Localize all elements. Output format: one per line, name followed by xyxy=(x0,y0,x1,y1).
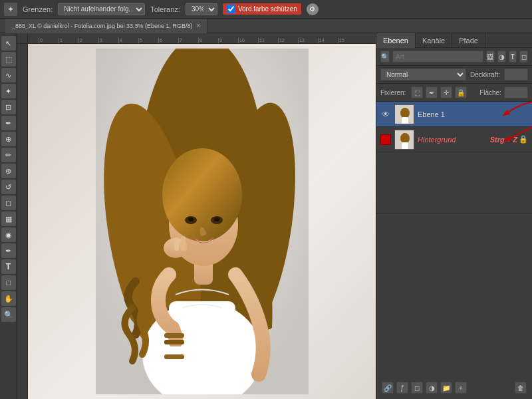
svg-rect-19 xyxy=(164,354,184,359)
text-icon-btn[interactable]: T xyxy=(509,51,517,63)
tab-pfade[interactable]: Pfade xyxy=(452,33,485,48)
zoom-tool[interactable]: 🔍 xyxy=(1,307,16,322)
top-toolbar: ✦ Grenzen: Nicht aufeinander folg. Toler… xyxy=(0,0,532,19)
layer-item-hintergrund[interactable]: Hintergrund 🔒 Strg + Z xyxy=(376,127,532,152)
ruler-left xyxy=(17,44,28,399)
tick-3: 3 xyxy=(98,38,118,43)
svg-rect-23 xyxy=(402,117,408,124)
lock-position-btn[interactable]: ✒ xyxy=(426,86,438,98)
tab-close-btn[interactable]: × xyxy=(196,22,200,29)
vordfarbe-checkbox[interactable] xyxy=(227,5,235,13)
shape-tool[interactable]: □ xyxy=(1,275,16,290)
tick-10: 10 xyxy=(238,38,258,43)
blend-mode-dropdown[interactable]: Normal xyxy=(380,68,466,80)
adjust-icon-btn[interactable]: ◑ xyxy=(497,51,506,63)
canvas-content[interactable] xyxy=(28,44,376,399)
thumbnail-svg-hintergrund xyxy=(395,130,414,150)
eyedropper-tool[interactable]: ✒ xyxy=(1,116,16,130)
canvas-area: 0 1 2 3 4 5 6 7 8 9 10 11 12 13 14 15 xyxy=(17,33,376,399)
add-adjustment-btn[interactable]: ◑ xyxy=(426,382,438,394)
panel-tabs: Ebenen Kanäle Pfade xyxy=(376,33,532,48)
tick-0: 0 xyxy=(39,38,59,43)
tab-kanaele[interactable]: Kanäle xyxy=(416,33,452,48)
magic-wand-tool[interactable]: ✦ xyxy=(4,3,17,16)
grenzen-dropdown[interactable]: Nicht aufeinander folg. xyxy=(58,3,145,15)
lasso-tool[interactable]: ∿ xyxy=(1,68,16,82)
tab-ebenen[interactable]: Ebenen xyxy=(376,33,416,48)
document-tab[interactable]: _888_XL © danielkrol - Fotolia.com.jpg b… xyxy=(5,19,207,33)
crop-tool[interactable]: ⊡ xyxy=(1,100,16,114)
panel-search-row: 🔍 🖼 ◑ T ◻ xyxy=(376,48,532,66)
svg-rect-17 xyxy=(164,340,184,344)
ruler-ticks-top: 0 1 2 3 4 5 6 7 8 9 10 11 12 13 14 15 xyxy=(39,33,358,43)
tab-filename: _888_XL © danielkrol - Fotolia.com.jpg b… xyxy=(12,23,192,29)
svg-rect-16 xyxy=(164,333,184,338)
clone-tool[interactable]: ⊛ xyxy=(1,164,16,178)
lock-row: Fixieren: ⬚ ✒ ✛ 🔒 Fläche: 100% xyxy=(376,84,532,102)
lock-pixels-btn[interactable]: ⬚ xyxy=(411,86,423,98)
eraser-tool[interactable]: ◻ xyxy=(1,196,16,210)
tick-15: 15 xyxy=(338,38,358,43)
opacity-input[interactable]: 100% xyxy=(504,68,528,80)
woman-svg xyxy=(96,49,309,394)
layer-lock-icon: 🔒 xyxy=(519,135,528,144)
layer-thumbnail-ebene1 xyxy=(394,104,414,124)
ruler-top: 0 1 2 3 4 5 6 7 8 9 10 11 12 13 14 15 xyxy=(17,33,376,44)
settings-btn[interactable]: ⚙ xyxy=(307,3,319,15)
heal-tool[interactable]: ⊕ xyxy=(1,132,16,146)
layer-name-ebene1: Ebene 1 xyxy=(418,110,528,118)
strg-annotation: Strg + Z xyxy=(490,136,517,144)
lock-move-btn[interactable]: ✛ xyxy=(440,86,452,98)
canvas-image xyxy=(28,44,376,399)
tick-2: 2 xyxy=(78,38,98,43)
svg-point-22 xyxy=(400,108,410,118)
fixieren-label: Fixieren: xyxy=(380,89,406,96)
link-layers-btn[interactable]: 🔗 xyxy=(382,382,394,394)
tick-14: 14 xyxy=(318,38,338,43)
text-tool[interactable]: T xyxy=(1,259,16,274)
flaeche-input[interactable]: 100% xyxy=(504,86,528,98)
move-tool[interactable]: ↖ xyxy=(1,36,16,51)
opacity-label: Deckkraft: xyxy=(470,71,500,78)
blur-tool[interactable]: ◉ xyxy=(1,227,16,242)
layers-list: 👁 Ebene 1 xyxy=(376,102,532,213)
tick-8: 8 xyxy=(198,38,218,43)
left-toolbar: ↖ ⬚ ∿ ✦ ⊡ ✒ ⊕ ✏ ⊛ ↺ ◻ ▦ ◉ ✒ T □ ✋ 🔍 xyxy=(0,33,17,399)
main-area: ↖ ⬚ ∿ ✦ ⊡ ✒ ⊕ ✏ ⊛ ↺ ◻ ▦ ◉ ✒ T □ ✋ 🔍 0 1 … xyxy=(0,33,532,399)
image-icon-btn[interactable]: 🖼 xyxy=(486,51,495,63)
layer-item-ebene1[interactable]: 👁 Ebene 1 xyxy=(376,102,532,127)
thumbnail-svg-ebene1 xyxy=(395,105,414,124)
toleranz-dropdown[interactable]: 30% xyxy=(186,3,217,15)
svg-point-11 xyxy=(188,217,194,221)
add-style-btn[interactable]: ƒ xyxy=(396,382,408,394)
history-tool[interactable]: ↺ xyxy=(1,180,16,194)
svg-point-12 xyxy=(214,217,219,221)
gradient-tool[interactable]: ▦ xyxy=(1,211,16,226)
tick-7: 7 xyxy=(178,38,198,43)
delete-layer-btn[interactable]: 🗑 xyxy=(515,382,527,394)
add-layer-btn[interactable]: + xyxy=(455,382,467,394)
svg-rect-15 xyxy=(181,236,186,251)
add-mask-btn[interactable]: ◻ xyxy=(411,382,423,394)
panel-bottom: 🔗 ƒ ◻ ◑ 📁 + 🗑 xyxy=(376,213,532,399)
tick-11: 11 xyxy=(258,38,278,43)
brush-tool[interactable]: ✏ xyxy=(1,148,16,162)
search-icon-btn[interactable]: 🔍 xyxy=(380,51,390,63)
pen-tool[interactable]: ✒ xyxy=(1,243,16,258)
tick-4: 4 xyxy=(118,38,138,43)
lock-all-btn[interactable]: 🔒 xyxy=(455,86,467,98)
tick-1: 1 xyxy=(59,38,78,43)
svg-rect-18 xyxy=(164,346,184,352)
add-group-btn[interactable]: 📁 xyxy=(440,382,452,394)
layer-visibility-hintergrund[interactable] xyxy=(380,134,391,145)
shape-icon-btn[interactable]: ◻ xyxy=(519,51,528,63)
hand-tool[interactable]: ✋ xyxy=(1,291,16,306)
vordfarbe-group[interactable]: Vord.farbe schützen xyxy=(223,3,301,15)
tick-5: 5 xyxy=(138,38,158,43)
magic-wand-tool-left[interactable]: ✦ xyxy=(1,84,16,98)
svg-rect-14 xyxy=(174,237,179,251)
svg-point-27 xyxy=(400,133,410,144)
select-tool[interactable]: ⬚ xyxy=(1,52,16,66)
layer-search-input[interactable] xyxy=(392,51,483,63)
layer-visibility-ebene1[interactable]: 👁 xyxy=(380,109,391,120)
